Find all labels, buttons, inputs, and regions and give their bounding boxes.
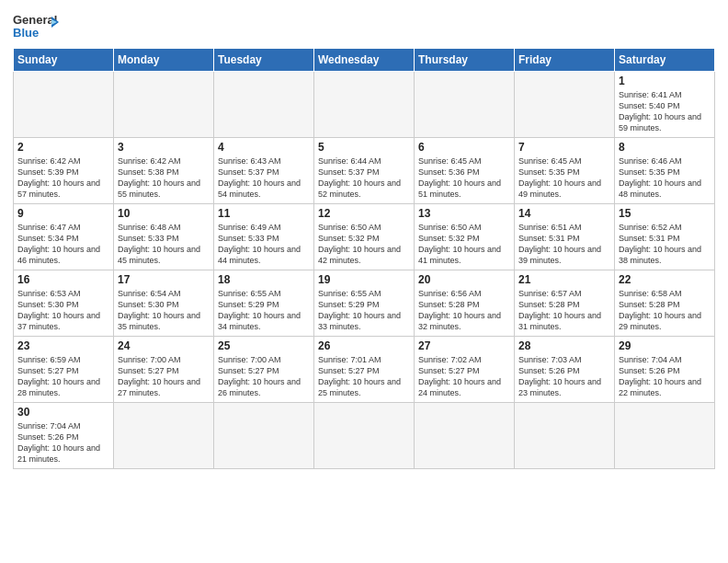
calendar-cell	[214, 403, 314, 469]
calendar-cell: 28Sunrise: 7:03 AM Sunset: 5:26 PM Dayli…	[515, 337, 615, 403]
day-number: 2	[17, 141, 109, 154]
weekday-sunday: Sunday	[14, 49, 114, 72]
calendar-cell: 4Sunrise: 6:43 AM Sunset: 5:37 PM Daylig…	[214, 138, 314, 204]
calendar-cell: 10Sunrise: 6:48 AM Sunset: 5:33 PM Dayli…	[114, 204, 214, 270]
day-number: 18	[218, 273, 310, 286]
day-number: 12	[318, 207, 410, 220]
day-info: Sunrise: 6:42 AM Sunset: 5:38 PM Dayligh…	[118, 155, 210, 201]
calendar-cell: 7Sunrise: 6:45 AM Sunset: 5:35 PM Daylig…	[515, 138, 615, 204]
calendar-cell: 9Sunrise: 6:47 AM Sunset: 5:34 PM Daylig…	[14, 204, 114, 270]
day-number: 6	[418, 141, 510, 154]
day-info: Sunrise: 6:51 AM Sunset: 5:31 PM Dayligh…	[518, 222, 610, 267]
day-number: 5	[318, 141, 410, 154]
day-info: Sunrise: 7:00 AM Sunset: 5:27 PM Dayligh…	[218, 354, 310, 399]
weekday-thursday: Thursday	[415, 49, 515, 72]
day-number: 25	[218, 339, 310, 352]
day-info: Sunrise: 6:49 AM Sunset: 5:33 PM Dayligh…	[218, 222, 310, 267]
day-info: Sunrise: 6:47 AM Sunset: 5:34 PM Dayligh…	[17, 222, 109, 267]
calendar-cell: 6Sunrise: 6:45 AM Sunset: 5:36 PM Daylig…	[415, 138, 515, 204]
calendar-cell: 11Sunrise: 6:49 AM Sunset: 5:33 PM Dayli…	[214, 204, 314, 270]
day-number: 17	[118, 273, 210, 286]
calendar-cell	[14, 72, 114, 138]
weekday-row: SundayMondayTuesdayWednesdayThursdayFrid…	[14, 49, 715, 72]
calendar-cell: 19Sunrise: 6:55 AM Sunset: 5:29 PM Dayli…	[314, 270, 415, 337]
calendar-week-6: 30Sunrise: 7:04 AM Sunset: 5:26 PM Dayli…	[14, 403, 715, 469]
calendar-cell: 23Sunrise: 6:59 AM Sunset: 5:27 PM Dayli…	[14, 337, 114, 403]
day-number: 1	[619, 75, 711, 87]
calendar-cell: 29Sunrise: 7:04 AM Sunset: 5:26 PM Dayli…	[615, 337, 715, 403]
svg-text:General: General	[13, 13, 57, 27]
day-info: Sunrise: 7:04 AM Sunset: 5:26 PM Dayligh…	[619, 354, 711, 399]
weekday-monday: Monday	[114, 49, 214, 72]
day-number: 16	[17, 273, 109, 286]
day-info: Sunrise: 6:45 AM Sunset: 5:36 PM Dayligh…	[418, 155, 510, 201]
calendar-cell: 25Sunrise: 7:00 AM Sunset: 5:27 PM Dayli…	[214, 337, 314, 403]
day-number: 13	[418, 207, 510, 220]
day-number: 7	[518, 141, 610, 154]
day-number: 8	[619, 141, 711, 154]
day-info: Sunrise: 6:55 AM Sunset: 5:29 PM Dayligh…	[218, 288, 310, 333]
day-info: Sunrise: 6:58 AM Sunset: 5:28 PM Dayligh…	[619, 288, 711, 333]
calendar-table: SundayMondayTuesdayWednesdayThursdayFrid…	[13, 48, 715, 469]
calendar-cell	[314, 72, 415, 138]
calendar-cell: 2Sunrise: 6:42 AM Sunset: 5:39 PM Daylig…	[14, 138, 114, 204]
weekday-friday: Friday	[515, 49, 615, 72]
day-info: Sunrise: 6:52 AM Sunset: 5:31 PM Dayligh…	[619, 222, 711, 267]
calendar-cell: 20Sunrise: 6:56 AM Sunset: 5:28 PM Dayli…	[415, 270, 515, 337]
day-info: Sunrise: 7:04 AM Sunset: 5:26 PM Dayligh…	[17, 420, 109, 465]
calendar-cell: 8Sunrise: 6:46 AM Sunset: 5:35 PM Daylig…	[615, 138, 715, 204]
calendar-cell: 26Sunrise: 7:01 AM Sunset: 5:27 PM Dayli…	[314, 337, 415, 403]
day-info: Sunrise: 7:02 AM Sunset: 5:27 PM Dayligh…	[418, 354, 510, 399]
calendar-cell: 21Sunrise: 6:57 AM Sunset: 5:28 PM Dayli…	[515, 270, 615, 337]
day-number: 9	[17, 207, 109, 220]
day-number: 3	[118, 141, 210, 154]
calendar-week-4: 16Sunrise: 6:53 AM Sunset: 5:30 PM Dayli…	[14, 270, 715, 337]
day-info: Sunrise: 6:45 AM Sunset: 5:35 PM Dayligh…	[518, 155, 610, 201]
day-info: Sunrise: 6:50 AM Sunset: 5:32 PM Dayligh…	[418, 222, 510, 267]
calendar-cell	[515, 72, 615, 138]
calendar-cell	[314, 403, 415, 469]
calendar-week-1: 1Sunrise: 6:41 AM Sunset: 5:40 PM Daylig…	[14, 72, 715, 138]
calendar-cell: 27Sunrise: 7:02 AM Sunset: 5:27 PM Dayli…	[415, 337, 515, 403]
calendar-cell: 12Sunrise: 6:50 AM Sunset: 5:32 PM Dayli…	[314, 204, 415, 270]
calendar-cell: 1Sunrise: 6:41 AM Sunset: 5:40 PM Daylig…	[615, 72, 715, 138]
calendar-week-2: 2Sunrise: 6:42 AM Sunset: 5:39 PM Daylig…	[14, 138, 715, 204]
logo: General Blue	[13, 9, 59, 42]
calendar-cell	[515, 403, 615, 469]
day-info: Sunrise: 7:01 AM Sunset: 5:27 PM Dayligh…	[318, 354, 410, 399]
day-info: Sunrise: 6:57 AM Sunset: 5:28 PM Dayligh…	[518, 288, 610, 333]
calendar-cell: 16Sunrise: 6:53 AM Sunset: 5:30 PM Dayli…	[14, 270, 114, 337]
day-number: 11	[218, 207, 310, 220]
day-number: 14	[518, 207, 610, 220]
day-number: 10	[118, 207, 210, 220]
day-info: Sunrise: 6:43 AM Sunset: 5:37 PM Dayligh…	[218, 155, 310, 201]
day-number: 28	[518, 339, 610, 352]
weekday-saturday: Saturday	[615, 49, 715, 72]
calendar-cell: 17Sunrise: 6:54 AM Sunset: 5:30 PM Dayli…	[114, 270, 214, 337]
calendar-cell: 15Sunrise: 6:52 AM Sunset: 5:31 PM Dayli…	[615, 204, 715, 270]
day-info: Sunrise: 6:48 AM Sunset: 5:33 PM Dayligh…	[118, 222, 210, 267]
day-number: 19	[318, 273, 410, 286]
day-number: 15	[619, 207, 711, 220]
day-info: Sunrise: 6:54 AM Sunset: 5:30 PM Dayligh…	[118, 288, 210, 333]
calendar-week-3: 9Sunrise: 6:47 AM Sunset: 5:34 PM Daylig…	[14, 204, 715, 270]
weekday-tuesday: Tuesday	[214, 49, 314, 72]
calendar-cell: 3Sunrise: 6:42 AM Sunset: 5:38 PM Daylig…	[114, 138, 214, 204]
calendar-cell	[114, 72, 214, 138]
calendar-cell: 18Sunrise: 6:55 AM Sunset: 5:29 PM Dayli…	[214, 270, 314, 337]
calendar-cell	[214, 72, 314, 138]
day-info: Sunrise: 6:42 AM Sunset: 5:39 PM Dayligh…	[17, 155, 109, 201]
calendar-cell: 30Sunrise: 7:04 AM Sunset: 5:26 PM Dayli…	[14, 403, 114, 469]
day-info: Sunrise: 6:46 AM Sunset: 5:35 PM Dayligh…	[619, 155, 711, 201]
day-info: Sunrise: 7:03 AM Sunset: 5:26 PM Dayligh…	[518, 354, 610, 399]
calendar-cell: 14Sunrise: 6:51 AM Sunset: 5:31 PM Dayli…	[515, 204, 615, 270]
day-info: Sunrise: 6:41 AM Sunset: 5:40 PM Dayligh…	[619, 89, 711, 134]
day-number: 30	[17, 406, 109, 419]
calendar-cell	[415, 72, 515, 138]
day-info: Sunrise: 7:00 AM Sunset: 5:27 PM Dayligh…	[118, 354, 210, 399]
page-header: General Blue	[13, 9, 715, 42]
generalblue-logo-icon: General Blue	[13, 9, 59, 42]
day-info: Sunrise: 6:50 AM Sunset: 5:32 PM Dayligh…	[318, 222, 410, 267]
day-info: Sunrise: 6:44 AM Sunset: 5:37 PM Dayligh…	[318, 155, 410, 201]
day-info: Sunrise: 6:59 AM Sunset: 5:27 PM Dayligh…	[17, 354, 109, 399]
